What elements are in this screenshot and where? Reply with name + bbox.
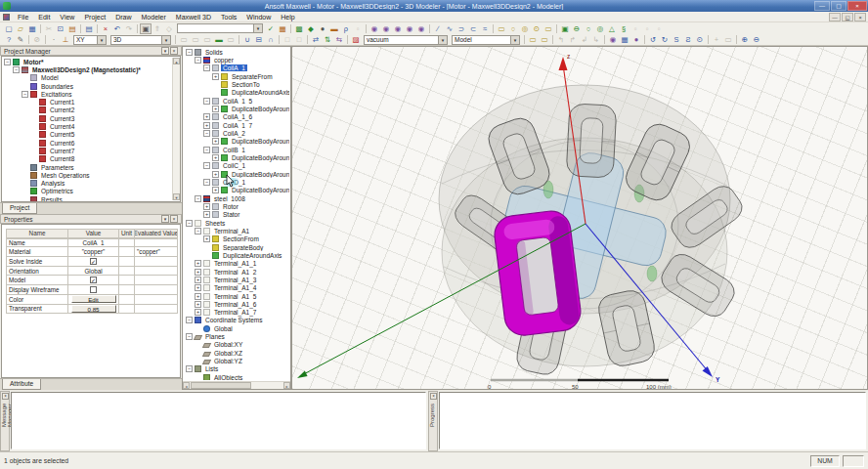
model-checkbox[interactable]: ✓ xyxy=(90,277,97,283)
select-object-icon[interactable]: ▣ xyxy=(140,23,152,34)
color-button[interactable]: Edit xyxy=(71,295,116,303)
menu-draw[interactable]: Draw xyxy=(110,14,136,21)
tree-expander-icon[interactable]: − xyxy=(203,64,210,71)
tree-item-terminal-a1-5[interactable]: +Terminal_A1_5 xyxy=(184,292,289,300)
boolean-subtract-icon[interactable]: ⊟ xyxy=(253,34,265,45)
tree-item-lists[interactable]: −Lists xyxy=(184,365,289,373)
rotate-screen-icon[interactable]: Ƨ xyxy=(682,34,694,45)
scrollbar-thumb[interactable] xyxy=(191,382,251,389)
tree-item-sheets[interactable]: −Sheets xyxy=(184,219,289,227)
rotate-view-cw-icon[interactable]: ↻ xyxy=(659,34,671,45)
align-view-icon[interactable]: ↰ xyxy=(555,34,567,45)
menu-edit[interactable]: Edit xyxy=(33,14,55,21)
tree-expander-icon[interactable]: − xyxy=(186,333,193,340)
maximize-button[interactable]: ▢ xyxy=(831,1,846,11)
tree-item-motor[interactable]: −Motor* xyxy=(2,58,180,65)
rotate-object-icon[interactable]: ▭ xyxy=(190,34,201,45)
tree-item-current6[interactable]: +Current6 xyxy=(2,139,180,147)
create-region-icon[interactable]: ▭ xyxy=(527,34,539,45)
menu-project[interactable]: Project xyxy=(79,14,110,21)
tree-item-coila-2[interactable]: −CoilA_2 xyxy=(184,129,289,137)
render-hidden-icon[interactable]: ● xyxy=(630,34,642,45)
tree-expander-icon[interactable]: + xyxy=(203,203,210,210)
solve-inside-checkbox[interactable]: ✓ xyxy=(90,258,97,265)
select-face-icon[interactable]: ⇑ xyxy=(152,23,163,34)
tree-expander-icon[interactable]: − xyxy=(203,162,210,169)
fit-all-icon[interactable]: ▭ xyxy=(722,34,734,45)
tree-expander-icon[interactable]: + xyxy=(195,260,201,267)
view-show-icon[interactable]: ◉ xyxy=(404,23,415,34)
draw-line-icon[interactable]: ∕ xyxy=(432,23,444,34)
tree-expander-icon[interactable]: + xyxy=(203,122,210,129)
tree-expander-icon[interactable]: − xyxy=(186,220,193,227)
field-plot-icon[interactable]: ▫ xyxy=(352,23,364,34)
select-vertex-icon[interactable]: ◇ xyxy=(163,23,175,34)
menu-modeler[interactable]: Modeler xyxy=(137,14,171,21)
view-mode-select[interactable]: 3D▾ xyxy=(110,35,171,45)
chevron-down-icon[interactable]: ▾ xyxy=(510,36,519,44)
tree-item-duplicatebodyaroundaxi[interactable]: +DuplicateBodyAroundAxi xyxy=(184,187,289,194)
tree-item-current4[interactable]: +Current4 xyxy=(2,122,180,130)
snap-mode-icon[interactable]: ↲ xyxy=(579,34,590,45)
tree-expander-icon[interactable]: − xyxy=(186,49,193,56)
tree-item-separatefrom[interactable]: +SeparateFrom xyxy=(184,72,289,80)
draw-helix-icon[interactable]: § xyxy=(618,23,629,34)
motor-model[interactable] xyxy=(439,85,747,377)
tree-item-rotor[interactable]: +Rotor xyxy=(184,202,289,210)
menu-file[interactable]: File xyxy=(13,14,33,21)
chevron-down-icon[interactable]: ▾ xyxy=(97,36,106,44)
duplicate-along-line-icon[interactable]: ⇅ xyxy=(322,34,333,45)
scroll-right-icon[interactable]: ▸ xyxy=(283,382,290,389)
tree-item-duplicatebodyaroundaxi[interactable]: +DuplicateBodyAroundAxi xyxy=(184,105,289,112)
mdi-minimize-button[interactable]: — xyxy=(829,13,841,21)
tree-item-solids[interactable]: −Solids xyxy=(184,48,289,56)
tree-expander-icon[interactable]: − xyxy=(195,228,201,234)
draw-spline-icon[interactable]: ≈ xyxy=(479,23,491,34)
menu-maxwell-3d[interactable]: Maxwell 3D xyxy=(171,14,216,21)
project-tree-scrollbar[interactable]: ▲ ▼ xyxy=(172,58,180,200)
mdi-close-button[interactable]: × xyxy=(854,13,866,21)
draw-rectangle-icon[interactable]: ▭ xyxy=(496,23,507,34)
panel-close-icon[interactable]: × xyxy=(170,215,178,223)
open-icon[interactable]: ▱ xyxy=(15,23,26,34)
model-tree-hscrollbar[interactable]: ◂ ▸ xyxy=(183,381,290,389)
object-display-icon[interactable]: ● xyxy=(317,23,328,34)
tree-expander-icon[interactable]: − xyxy=(186,365,193,372)
tree-item-global[interactable]: +Global xyxy=(184,324,289,332)
selected-coil[interactable] xyxy=(493,209,583,338)
material-select[interactable]: vacuum▾ xyxy=(364,35,448,45)
tree-item-coordinate-systems[interactable]: −Coordinate Systems xyxy=(184,317,289,324)
create-object-icon[interactable]: ▭ xyxy=(539,34,550,45)
tree-item-duplicatearoundaxis[interactable]: +DuplicateAroundAxis xyxy=(184,251,289,259)
tree-item-coilb-1[interactable]: −CoilB_1 xyxy=(184,146,289,153)
tree-item-global-xz[interactable]: +Global:XZ xyxy=(184,349,289,357)
minimize-button[interactable]: — xyxy=(814,1,830,11)
tree-item-terminal-a1-1[interactable]: +Terminal_A1_1 xyxy=(184,260,289,268)
tree-item-stator[interactable]: +Stator xyxy=(184,211,289,219)
tree-expander-icon[interactable]: + xyxy=(212,171,219,178)
panel-close-icon[interactable]: × xyxy=(170,47,178,55)
draw-regular-polygon-icon[interactable]: ◎ xyxy=(519,23,531,34)
orbit-icon[interactable]: ⊙ xyxy=(694,34,706,45)
tree-expander-icon[interactable]: − xyxy=(13,66,20,73)
tree-item-maxwell3ddesign2-magnetostatic[interactable]: −Maxwell3DDesign2 (Magnetostatic)* xyxy=(2,65,180,73)
tree-item-coila-1-5[interactable]: −CoilA_1_5 xyxy=(184,97,289,105)
menu-window[interactable]: Window xyxy=(241,14,276,21)
draw-arc-center-icon[interactable]: ⊂ xyxy=(467,23,479,34)
tree-expander-icon[interactable]: + xyxy=(203,211,210,218)
delete-icon[interactable]: × xyxy=(100,23,111,34)
tree-expander-icon[interactable]: − xyxy=(4,59,11,65)
tree-expander-icon[interactable]: + xyxy=(212,106,219,112)
panel-collapse-icon[interactable]: ▾ xyxy=(161,47,169,55)
draw-box-icon[interactable]: ▣ xyxy=(559,23,571,34)
draw-spiral-icon[interactable]: ▫ xyxy=(629,23,641,34)
draw-bondwire-icon[interactable]: ▫ xyxy=(641,23,653,34)
plane-display-icon[interactable]: ▬ xyxy=(328,23,340,34)
tree-expander-icon[interactable]: + xyxy=(195,277,201,283)
orient-view-icon[interactable]: ↱ xyxy=(567,34,579,45)
scroll-down-icon[interactable]: ▼ xyxy=(173,193,180,200)
tree-item-terminal-a1[interactable]: −Terminal_A1 xyxy=(184,227,289,234)
draw-sphere-icon[interactable]: ○ xyxy=(583,23,594,34)
solids-view-icon[interactable]: ▩ xyxy=(293,23,305,34)
close-button[interactable]: × xyxy=(847,1,867,11)
